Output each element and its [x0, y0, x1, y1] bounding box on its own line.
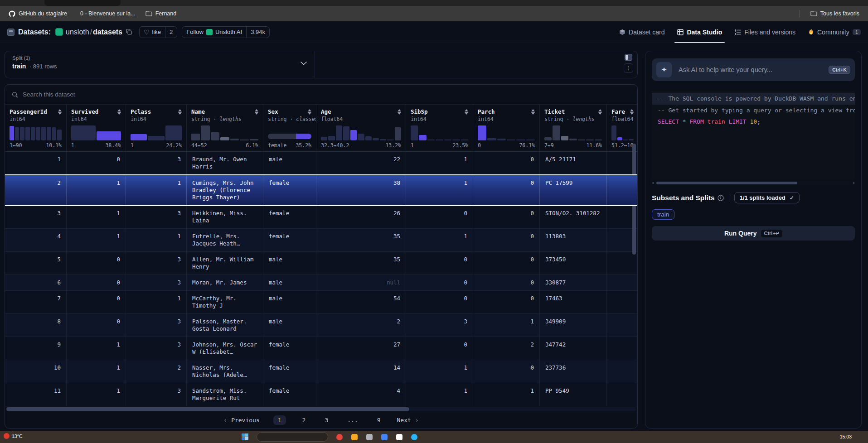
column-name[interactable]: Parch: [478, 108, 495, 115]
sort-icon[interactable]: [253, 109, 258, 115]
sort-icon[interactable]: [306, 109, 311, 115]
sort-icon[interactable]: [396, 109, 401, 115]
taskbar-app-icon[interactable]: [351, 434, 358, 440]
ask-ai-input[interactable]: ✦ Ask AI to help write your query... Ctr…: [652, 58, 855, 81]
breadcrumb[interactable]: unsloth/datasets: [66, 28, 122, 36]
horizontal-scrollbar[interactable]: [6, 407, 636, 411]
bookmark-item[interactable]: Fernand: [141, 9, 181, 19]
table-row[interactable]: 603Moran, Mr. Jamesmalenull00330877: [5, 274, 637, 290]
scroll-right-icon[interactable]: ▸: [853, 181, 855, 185]
bookmark-item[interactable]: 0 - Bienvenue sur la...: [73, 9, 140, 19]
like-count[interactable]: 2: [165, 27, 177, 38]
taskbar-clock[interactable]: 15:03: [840, 434, 852, 439]
splits-loaded-dropdown[interactable]: 1/1 splits loaded ✓: [734, 192, 800, 203]
taskbar-app-icon[interactable]: [336, 434, 343, 440]
table-row[interactable]: 1113Sandstrom, Miss. Marguerite Rutfemal…: [5, 383, 637, 406]
page-button-3[interactable]: 3: [322, 415, 331, 425]
start-menu-icon[interactable]: [242, 433, 248, 440]
histogram-survived[interactable]: [71, 125, 121, 140]
all-favorites-button[interactable]: Tous les favoris: [806, 9, 863, 19]
info-icon[interactable]: [718, 195, 724, 201]
page-button-9[interactable]: 9: [374, 415, 383, 425]
column-stats: 32.3↔40.213.2%: [321, 140, 401, 150]
sql-editor[interactable]: -- The SQL console is powered by DuckDB …: [652, 91, 855, 179]
cell-survived: 1: [66, 360, 126, 383]
histogram-sex[interactable]: [268, 134, 311, 139]
sort-icon[interactable]: [56, 109, 62, 115]
taskbar-search-input[interactable]: [257, 432, 328, 442]
follow-button[interactable]: FollowUnsloth AI 3.94k: [182, 26, 270, 38]
cell-name: Johnson, Mrs. Oscar W (Elisabet…: [186, 337, 263, 360]
histogram-parch[interactable]: [478, 125, 535, 140]
cell-age: null: [316, 275, 406, 290]
histogram-passengerid[interactable]: [10, 125, 62, 140]
histogram-ticket[interactable]: [544, 125, 602, 140]
taskbar-app-icon[interactable]: [366, 434, 373, 440]
taskbar-app-icon[interactable]: [411, 434, 417, 440]
column-name[interactable]: Pclass: [131, 108, 151, 115]
column-name[interactable]: Fare: [611, 108, 625, 115]
browser-active-tab[interactable]: [44, 0, 121, 6]
dataset-search-input[interactable]: Search this dataset: [5, 85, 637, 105]
histogram-sibsp[interactable]: [411, 125, 468, 140]
sort-icon[interactable]: [463, 109, 468, 115]
scroll-left-icon[interactable]: ◂: [652, 181, 654, 185]
column-name[interactable]: Age: [321, 108, 331, 115]
next-page-button[interactable]: Next›: [397, 417, 419, 424]
histogram-age[interactable]: [321, 125, 401, 140]
cell-ticket: 17463: [539, 291, 606, 313]
sort-icon[interactable]: [596, 109, 602, 115]
table-row[interactable]: 411Futrelle, Mrs. Jacques Heath…female35…: [5, 228, 637, 251]
histogram-name[interactable]: [191, 125, 258, 140]
weather-widget[interactable]: 13°C: [4, 433, 22, 439]
breadcrumb-org[interactable]: unsloth: [66, 28, 89, 36]
previous-page-button[interactable]: ‹Previous: [223, 417, 259, 424]
table-row[interactable]: 1211Bonnell, Miss. Elizabethfemale580011…: [5, 406, 637, 406]
page-button-1[interactable]: 1: [273, 415, 286, 425]
column-name[interactable]: Ticket: [544, 108, 565, 115]
editor-scroll-track[interactable]: [655, 181, 851, 185]
editor-scroll-thumb[interactable]: [656, 182, 797, 184]
table-row[interactable]: 1012Nasser, Mrs. Nicholas (Adele…female1…: [5, 360, 637, 383]
column-name[interactable]: PassengerId: [10, 108, 47, 115]
column-name[interactable]: Sex: [268, 108, 278, 115]
sort-icon[interactable]: [628, 109, 634, 115]
tab-files-and-versions[interactable]: Files and versions: [735, 21, 795, 43]
sort-icon[interactable]: [116, 109, 121, 115]
tab-data-studio[interactable]: Data Studio: [677, 21, 722, 43]
sort-icon[interactable]: [176, 109, 182, 115]
cell-parch: 0: [473, 252, 539, 274]
column-name[interactable]: Name: [191, 108, 205, 115]
horizontal-scrollbar-thumb[interactable]: [6, 407, 409, 411]
table-row[interactable]: 803Palsson, Master. Gosta Leonardmale231…: [5, 313, 637, 337]
sort-icon[interactable]: [529, 109, 535, 115]
table-row[interactable]: 211Cumings, Mrs. John Bradley (Florence …: [5, 174, 637, 205]
train-split-chip[interactable]: train: [652, 209, 674, 220]
taskbar-app-icon[interactable]: [396, 434, 402, 440]
like-button[interactable]: ♡like 2: [139, 26, 177, 38]
table-row[interactable]: 913Johnson, Mrs. Oscar W (Elisabet…femal…: [5, 337, 637, 360]
tab-community[interactable]: Community1: [808, 21, 861, 43]
tab-dataset-card[interactable]: Dataset card: [619, 21, 664, 43]
split-dropdown[interactable]: Split (1) train · 891 rows: [5, 51, 315, 78]
table-row[interactable]: 503Allen, Mr. William Henrymale350037345…: [5, 251, 637, 274]
bookmark-item[interactable]: GitHub du stagiaire: [5, 9, 71, 19]
versions-icon: [735, 29, 741, 35]
run-query-button[interactable]: Run Query Ctrl+↵: [652, 226, 855, 241]
histogram-fare[interactable]: [611, 125, 634, 140]
column-name[interactable]: Survived: [71, 108, 98, 115]
copy-icon[interactable]: [126, 29, 132, 35]
column-header-parch: Parchint64076.1%: [473, 105, 539, 151]
column-name[interactable]: SibSp: [411, 108, 428, 115]
table-row[interactable]: 313Heikkinen, Miss. Lainafemale2600STON/…: [5, 205, 637, 228]
table-row[interactable]: 701McCarthy, Mr. Timothy Jmale540017463: [5, 290, 637, 313]
taskbar-app-icon[interactable]: [381, 434, 388, 440]
cell-sibsp: 0: [406, 252, 473, 274]
kebab-menu-icon[interactable]: ⋮: [624, 63, 633, 73]
panel-layout-toggle-icon[interactable]: [625, 54, 632, 61]
table-row[interactable]: 103Braund, Mr. Owen Harrismale2210A/5 21…: [5, 152, 637, 174]
histogram-pclass[interactable]: [131, 125, 182, 140]
org-avatar[interactable]: [55, 28, 63, 36]
page-button-2[interactable]: 2: [300, 415, 309, 425]
breadcrumb-repo[interactable]: datasets: [93, 28, 122, 36]
